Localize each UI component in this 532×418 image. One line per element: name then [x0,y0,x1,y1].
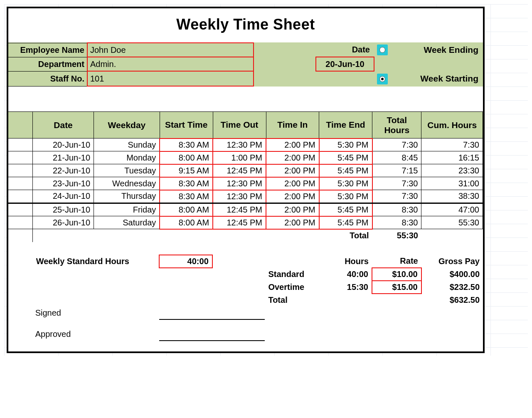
cell-start[interactable]: 8:00 AM [160,203,213,216]
summary-total-gross: $632.50 [421,294,483,307]
standard-hours: 40:00 [319,268,372,281]
cell-in[interactable]: 2:00 PM [266,139,319,151]
cell-in[interactable]: 2:00 PM [266,190,319,203]
cell-total: 8:45 [372,151,421,164]
cell-end[interactable]: 5:30 PM [319,190,372,203]
cell-date: 24-Jun-10 [33,190,94,203]
table-row: 26-Jun-10Saturday8:00 AM12:45 PM2:00 PM5… [8,216,483,229]
cell-date: 22-Jun-10 [33,164,94,177]
cell-out[interactable]: 12:30 PM [213,190,266,203]
cell-out[interactable]: 12:45 PM [213,164,266,177]
standard-rate-input[interactable]: $10.00 [372,268,421,281]
cell-out[interactable]: 12:45 PM [213,216,266,229]
approved-label: Approved [33,328,159,341]
table-row: 25-Jun-10Friday8:00 AM12:45 PM2:00 PM5:4… [8,203,483,216]
col-start-time: Start Time [160,112,213,139]
employee-name-label: Employee Name [8,43,87,57]
col-date: Date [33,112,94,139]
cell-total: 8:30 [372,203,421,216]
col-time-out: Time Out [213,112,266,139]
rate-header: Rate [372,255,421,268]
table-row: 20-Jun-10Sunday8:30 AM12:30 PM2:00 PM5:3… [8,139,483,151]
cell-in[interactable]: 2:00 PM [266,177,319,190]
cell-start[interactable]: 8:00 AM [160,151,213,164]
cell-weekday: Monday [94,151,160,164]
approved-line[interactable] [159,328,265,341]
cell-in[interactable]: 2:00 PM [266,216,319,229]
employee-name-input[interactable]: John Doe [87,43,254,57]
table-row: 24-Jun-10Thursday8:30 AM12:30 PM2:00 PM5… [8,190,483,203]
total-hours-value: 55:30 [372,229,421,242]
cell-start[interactable]: 8:30 AM [160,177,213,190]
cell-weekday: Tuesday [94,164,160,177]
table-row: 22-Jun-10Tuesday9:15 AM12:45 PM2:00 PM5:… [8,164,483,177]
table-row: 23-Jun-10Wednesday8:30 AM12:30 PM2:00 PM… [8,177,483,190]
overtime-gross: $232.50 [421,281,483,294]
cell-total: 7:30 [372,190,421,203]
staff-no-input[interactable]: 101 [87,71,254,86]
cell-in[interactable]: 2:00 PM [266,151,319,164]
staff-no-label: Staff No. [8,71,87,86]
cell-date: 26-Jun-10 [33,216,94,229]
cell-end[interactable]: 5:45 PM [319,151,372,164]
summary-table: Weekly Standard Hours 40:00 Hours Rate G… [8,255,483,351]
weekly-std-input[interactable]: 40:00 [159,255,212,268]
col-cum-hours: Cum. Hours [421,112,483,139]
table-row: 21-Jun-10Monday8:00 AM1:00 PM2:00 PM5:45… [8,151,483,164]
cell-cum: 55:30 [421,216,483,229]
timesheet: Weekly Time Sheet Employee Name John Doe… [7,7,485,353]
cell-cum: 16:15 [421,151,483,164]
week-ending-radio[interactable] [374,43,391,57]
signed-label: Signed [33,307,159,319]
cell-out[interactable]: 12:30 PM [213,177,266,190]
col-total-hours: Total Hours [372,112,421,139]
cell-cum: 31:00 [421,177,483,190]
cell-end[interactable]: 5:30 PM [319,139,372,151]
cell-weekday: Friday [94,203,160,216]
cell-total: 7:30 [372,139,421,151]
date-input[interactable]: 20-Jun-10 [316,57,374,71]
cell-out[interactable]: 12:30 PM [213,139,266,151]
spreadsheet-grid: Weekly Time Sheet Employee Name John Doe… [4,4,528,356]
total-row: Total 55:30 [8,229,483,242]
cell-start[interactable]: 8:30 AM [160,190,213,203]
weekly-std-label: Weekly Standard Hours [33,255,159,268]
week-starting-radio[interactable] [374,71,391,86]
cell-weekday: Thursday [94,190,160,203]
cell-date: 23-Jun-10 [33,177,94,190]
header-band: Employee Name John Doe Date Week Ending … [8,42,483,87]
cell-start[interactable]: 9:15 AM [160,164,213,177]
cell-total: 7:15 [372,164,421,177]
cell-weekday: Saturday [94,216,160,229]
cell-start[interactable]: 8:30 AM [160,139,213,151]
cell-end[interactable]: 5:45 PM [319,164,372,177]
col-weekday: Weekday [94,112,160,139]
signed-line[interactable] [159,307,265,319]
department-label: Department [8,57,87,71]
overtime-rate-input[interactable]: $15.00 [372,281,421,294]
cell-date: 20-Jun-10 [33,139,94,151]
cell-in[interactable]: 2:00 PM [266,164,319,177]
gross-header: Gross Pay [421,255,483,268]
date-label: Date [316,43,374,57]
cell-date: 25-Jun-10 [33,203,94,216]
cell-weekday: Sunday [94,139,160,151]
overtime-label: Overtime [265,281,318,294]
week-starting-label: Week Starting [391,71,483,86]
cell-end[interactable]: 5:45 PM [319,203,372,216]
cell-cum: 38:30 [421,190,483,203]
cell-cum: 7:30 [421,139,483,151]
cell-out[interactable]: 1:00 PM [213,151,266,164]
cell-cum: 23:30 [421,164,483,177]
cell-weekday: Wednesday [94,177,160,190]
total-label: Total [319,229,372,242]
cell-end[interactable]: 5:45 PM [319,216,372,229]
col-time-in: Time In [266,112,319,139]
cell-out[interactable]: 12:45 PM [213,203,266,216]
cell-start[interactable]: 8:00 AM [160,216,213,229]
cell-cum: 47:00 [421,203,483,216]
cell-in[interactable]: 2:00 PM [266,203,319,216]
department-input[interactable]: Admin. [87,57,254,71]
cell-end[interactable]: 5:30 PM [319,177,372,190]
col-time-end: Time End [319,112,372,139]
